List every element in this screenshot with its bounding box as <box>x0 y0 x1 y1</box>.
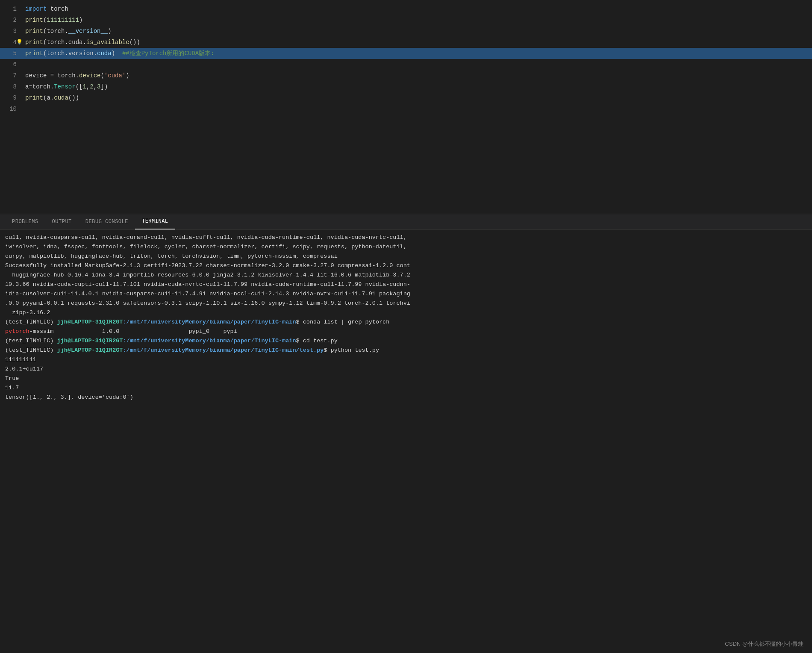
line-content: print(a.cuda()) <box>24 92 812 103</box>
code-line: 7device = torch.device('cuda') <box>0 70 812 81</box>
terminal-line: ourpy, matplotlib, huggingface-hub, trit… <box>5 252 807 261</box>
code-line: 10 <box>0 103 812 115</box>
terminal-line: 11.7 <box>5 383 807 393</box>
line-content: import torch <box>24 3 812 15</box>
line-number: 6 <box>0 59 24 70</box>
code-editor[interactable]: 1import torch2print(111111111)3print(tor… <box>0 0 812 214</box>
terminal-line: cu11, nvidia-cusparse-cu11, nvidia-curan… <box>5 233 807 242</box>
terminal-line: huggingface-hub-0.16.4 idna-3.4 importli… <box>5 271 807 280</box>
code-line: 3print(torch.__version__) <box>0 26 812 37</box>
code-line: 9print(a.cuda()) <box>0 92 812 103</box>
panel-tab-problems[interactable]: PROBLEMS <box>5 214 45 229</box>
terminal-line: .0.0 pyyaml-6.0.1 requests-2.31.0 safete… <box>5 299 807 308</box>
code-line: 2print(111111111) <box>0 15 812 26</box>
terminal-line: True <box>5 374 807 383</box>
line-number: 3 <box>0 26 24 37</box>
terminal-line: (test_TINYLIC) jjh@LAPTOP-31QIR2GT:/mnt/… <box>5 336 807 346</box>
watermark: CSDN @什么都不懂的小小青蛙 <box>725 640 803 648</box>
terminal-line: idia-cusolver-cu11-11.4.0.1 nvidia-cuspa… <box>5 289 807 299</box>
code-line: 4print(torch.cuda.is_available()) <box>0 37 812 48</box>
terminal-line: 111111111 <box>5 355 807 365</box>
terminal-area[interactable]: cu11, nvidia-cusparse-cu11, nvidia-curan… <box>0 229 812 653</box>
line-content: print(torch.version.cuda) ##检查PyTorch所用的… <box>24 48 812 59</box>
line-number: 7 <box>0 70 24 81</box>
line-number: 5 <box>0 48 24 59</box>
line-number: 8 <box>0 81 24 92</box>
panel-tab-debug-console[interactable]: DEBUG CONSOLE <box>79 214 135 229</box>
terminal-line: (test_TINYLIC) jjh@LAPTOP-31QIR2GT:/mnt/… <box>5 318 807 327</box>
code-line: 6 <box>0 59 812 70</box>
panel-tabs: PROBLEMSOUTPUTDEBUG CONSOLETERMINAL <box>0 214 812 229</box>
line-number: 1 <box>0 3 24 15</box>
terminal-line: Successfully installed MarkupSafe-2.1.3 … <box>5 261 807 271</box>
line-content: print(torch.cuda.is_available()) <box>24 37 812 48</box>
code-line: 5print(torch.version.cuda) ##检查PyTorch所用… <box>0 48 812 59</box>
line-number: 9 <box>0 92 24 103</box>
code-line: 8a=torch.Tensor([1,2,3]) <box>0 81 812 92</box>
line-content: print(torch.__version__) <box>24 26 812 37</box>
line-number: 4 <box>0 37 24 48</box>
panel-tab-output[interactable]: OUTPUT <box>45 214 79 229</box>
terminal-line: 10.3.66 nvidia-cuda-cupti-cu11-11.7.101 … <box>5 280 807 289</box>
code-line: 1import torch <box>0 3 812 15</box>
terminal-line: zipp-3.16.2 <box>5 308 807 318</box>
line-number: 10 <box>0 103 24 115</box>
terminal-line: pytorch-msssim 1.0.0 pypi_0 pypi <box>5 327 807 336</box>
terminal-line: tensor([1., 2., 3.], device='cuda:0') <box>5 393 807 402</box>
line-content: print(111111111) <box>24 15 812 26</box>
panel-tab-terminal[interactable]: TERMINAL <box>135 214 175 229</box>
terminal-line: (test_TINYLIC) jjh@LAPTOP-31QIR2GT:/mnt/… <box>5 346 807 355</box>
line-number: 2 <box>0 15 24 26</box>
line-content: device = torch.device('cuda') <box>24 70 812 81</box>
terminal-line: iwisolver, idna, fsspec, fonttools, file… <box>5 242 807 252</box>
line-content: a=torch.Tensor([1,2,3]) <box>24 81 812 92</box>
terminal-line: 2.0.1+cu117 <box>5 365 807 374</box>
